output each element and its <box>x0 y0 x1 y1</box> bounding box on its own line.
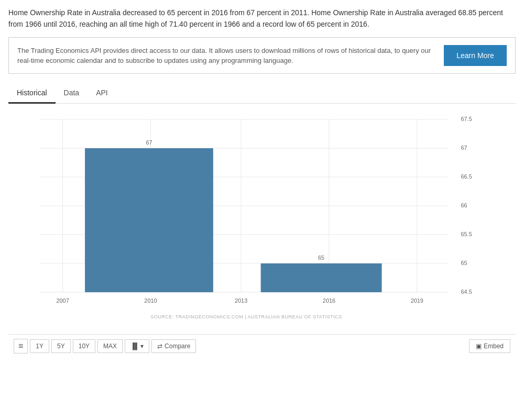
svg-text:66: 66 <box>461 202 467 208</box>
tabs-container: Historical Data API <box>8 83 516 104</box>
tab-api[interactable]: API <box>88 83 116 104</box>
svg-text:2010: 2010 <box>144 297 157 304</box>
svg-text:2016: 2016 <box>323 297 335 304</box>
embed-button[interactable]: ▣ Embed <box>469 339 510 353</box>
tab-historical[interactable]: Historical <box>8 83 56 104</box>
api-banner-text: The Trading Economics API provides direc… <box>17 46 433 66</box>
bar-chart-icon: ▐▌ <box>130 342 139 350</box>
svg-text:2007: 2007 <box>57 297 69 304</box>
description-text: Home Ownership Rate in Australia decreas… <box>8 7 516 30</box>
toolbar: ≡ 1Y 5Y 10Y MAX ▐▌ ▾ ⇄ Compare ▣ Embed <box>8 334 516 358</box>
svg-text:65: 65 <box>318 255 324 261</box>
embed-icon: ▣ <box>476 342 482 350</box>
svg-text:67.5: 67.5 <box>461 116 472 122</box>
max-button[interactable]: MAX <box>97 339 123 353</box>
1y-button[interactable]: 1Y <box>30 339 49 353</box>
svg-text:65: 65 <box>461 260 467 266</box>
svg-text:2019: 2019 <box>411 297 423 304</box>
api-banner: The Trading Economics API provides direc… <box>8 37 516 74</box>
compare-icon: ⇄ <box>157 342 162 350</box>
chart-svg: 67 65 67.5 67 66.5 66 65.5 65 64.5 2007 … <box>8 109 484 313</box>
5y-button[interactable]: 5Y <box>51 339 71 353</box>
learn-more-button[interactable]: Learn More <box>444 45 507 66</box>
svg-text:64.5: 64.5 <box>461 289 472 295</box>
svg-text:67: 67 <box>461 145 467 151</box>
chevron-down-icon: ▾ <box>140 342 144 350</box>
bar-2011 <box>85 148 213 292</box>
compare-button[interactable]: ⇄ Compare <box>151 339 196 353</box>
tab-data[interactable]: Data <box>56 83 88 104</box>
svg-text:65.5: 65.5 <box>461 231 472 237</box>
chart-type-button[interactable]: ▐▌ ▾ <box>125 339 149 353</box>
10y-button[interactable]: 10Y <box>73 339 95 353</box>
svg-text:2013: 2013 <box>235 297 247 304</box>
bar-2016 <box>261 263 382 292</box>
source-text: SOURCE: TRADINGECONOMICS.COM | AUSTRALIA… <box>8 314 484 319</box>
svg-text:67: 67 <box>146 139 152 146</box>
svg-text:66.5: 66.5 <box>461 173 472 180</box>
chart-area: 67 65 67.5 67 66.5 66 65.5 65 64.5 2007 … <box>8 109 516 334</box>
menu-button[interactable]: ≡ <box>14 339 28 353</box>
